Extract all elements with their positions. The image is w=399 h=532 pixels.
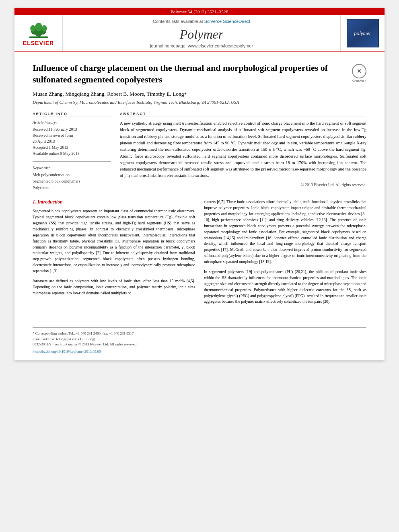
keyword-3: Polyesters [33, 185, 111, 191]
copyright-line: © 2013 Elsevier Ltd. All rights reserved… [120, 183, 366, 187]
crossmark-widget[interactable]: ✕ CrossMark [352, 64, 366, 82]
abstract-text: A new synthetic strategy using melt tran… [120, 120, 366, 179]
elsevier-logo: ELSEVIER [23, 21, 54, 46]
elsevier-wordmark: ELSEVIER [23, 40, 54, 46]
article-info-abstract: ARTICLE INFO Article history: Received 1… [33, 112, 366, 191]
page: Polymer 54 (2013) 3521–3528 ELSEVIER [14, 8, 385, 360]
main-right-column: clusters [6,7]. These ionic associations… [204, 199, 366, 309]
divider [33, 161, 111, 162]
email-address: telong@vt.edu (T.E. Long). [56, 337, 96, 341]
affiliation-line: Department of Chemistry, Macromolecules … [33, 100, 366, 105]
journal-homepage: journal homepage: www.elsevier.com/locat… [150, 43, 253, 48]
journal-citation-bar: Polymer 54 (2013) 3521–3528 [14, 8, 385, 15]
sciverse-link[interactable]: SciVerse ScienceDirect [204, 19, 250, 24]
svg-point-6 [35, 23, 42, 31]
article-body: ✕ CrossMark Influence of charge placemen… [14, 52, 385, 321]
sciverse-line: Contents lists available at SciVerse Sci… [153, 19, 250, 24]
accepted-date: Accepted 1 May 2013 [33, 144, 111, 150]
article-footer: * Corresponding author. Tel.: +1 540 231… [14, 321, 385, 360]
revised-form-label: Received in revised form [33, 132, 111, 138]
doi-link[interactable]: http://dx.doi.org/10.1016/j.polymer.2013… [33, 349, 366, 355]
section1-right-para2: In segmented polyesters [19] and polyure… [204, 269, 366, 305]
keyword-1: Melt polycondensation [33, 172, 111, 178]
svg-point-4 [30, 25, 35, 32]
section1-para1: Segmented block copolyesters represent a… [33, 208, 195, 274]
footnote: * Corresponding author. Tel.: +1 540 231… [33, 327, 366, 354]
elsevier-logo-section: ELSEVIER [14, 15, 63, 51]
abstract-label: ABSTRACT [120, 112, 366, 117]
article-info-column: ARTICLE INFO Article history: Received 1… [33, 112, 111, 191]
journal-badge-section: polymer [340, 15, 385, 51]
polymer-badge-text: polymer [354, 30, 371, 37]
journal-title: Polymer [180, 27, 223, 42]
polymer-journal-badge: polymer [347, 19, 379, 47]
elsevier-tree-icon [27, 21, 51, 39]
abstract-column: ABSTRACT A new synthetic strategy using … [120, 112, 366, 191]
email-label: E-mail address: [33, 337, 55, 341]
section1-para2: Ionomers are defined as polymers with lo… [33, 278, 195, 296]
revised-date: 26 April 2013 [33, 138, 111, 144]
crossmark-label: CrossMark [352, 79, 366, 82]
authors-line: Musan Zhang, Mingqiang Zhang, Robert B. … [33, 91, 366, 97]
journal-header: ELSEVIER Contents lists available at Sci… [14, 15, 385, 52]
article-title: Influence of charge placement on the the… [33, 62, 366, 85]
keywords-section: Keywords: Melt polycondensation Segmente… [33, 166, 111, 191]
history-heading: Article history: [33, 120, 111, 125]
journal-citation: Polymer 54 (2013) 3521–3528 [171, 9, 228, 14]
main-content: 1. Introduction Segmented block copolyes… [33, 199, 366, 309]
article-history-group: Article history: Received 11 February 20… [33, 120, 111, 156]
svg-point-5 [42, 25, 47, 32]
received-date: Received 11 February 2013 [33, 126, 111, 132]
article-info-label: ARTICLE INFO [33, 112, 111, 117]
footnote-author: * Corresponding author. Tel.: +1 540 231… [33, 331, 366, 337]
keyword-2: Segmented block copolymers [33, 178, 111, 185]
main-left-column: 1. Introduction Segmented block copolyes… [33, 199, 195, 309]
issn-line: 0032-3861/$ – see front matter © 2013 El… [33, 342, 366, 347]
section1-heading: 1. Introduction [33, 199, 195, 205]
footnote-email: E-mail address: telong@vt.edu (T.E. Long… [33, 337, 366, 342]
keywords-heading: Keywords: [33, 166, 111, 170]
journal-info-center: Contents lists available at SciVerse Sci… [63, 15, 340, 51]
crossmark-icon: ✕ [352, 64, 366, 78]
svg-rect-7 [29, 37, 48, 38]
available-date: Available online 9 May 2013 [33, 150, 111, 156]
section1-right-para1: clusters [6,7]. These ionic associations… [204, 199, 366, 265]
